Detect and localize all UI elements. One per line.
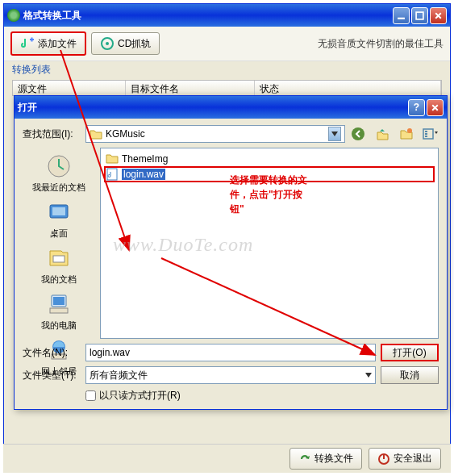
nav-icons <box>350 126 439 142</box>
dialog-titlebar: 打开 ? <box>15 96 447 119</box>
add-file-button[interactable]: 添加文件 <box>10 31 86 56</box>
svg-rect-8 <box>425 133 427 135</box>
svg-rect-7 <box>425 131 427 132</box>
help-button[interactable]: ? <box>408 99 425 116</box>
folder-icon <box>90 128 102 140</box>
svg-rect-1 <box>416 12 423 19</box>
svg-rect-6 <box>423 129 433 139</box>
look-in-row: 查找范围(I): KGMusic <box>23 125 439 143</box>
places-bar: 我最近的文档 桌面 我的文档 我的电脑 网上邻居 <box>23 148 95 339</box>
convert-label: 转换文件 <box>314 452 353 466</box>
cd-grab-label: CD抓轨 <box>118 37 151 51</box>
convert-button[interactable]: 转换文件 <box>289 448 362 470</box>
place-desktop[interactable]: 桌面 <box>23 197 95 241</box>
filetype-dropdown[interactable]: 所有音频文件 <box>85 366 376 384</box>
place-recent[interactable]: 我最近的文档 <box>23 151 95 195</box>
look-in-label: 查找范围(I): <box>23 127 81 141</box>
window-controls <box>393 7 447 24</box>
toolbar-right-text: 无损音质文件切割的最佳工具 <box>318 37 444 51</box>
place-recent-label: 我最近的文档 <box>32 182 85 194</box>
place-desktop-label: 桌面 <box>50 228 68 240</box>
svg-point-4 <box>352 127 364 140</box>
col-status: 状态 <box>255 81 441 95</box>
dialog-close-button[interactable] <box>427 99 444 116</box>
computer-icon <box>45 290 73 318</box>
mydocs-icon <box>45 244 73 272</box>
exit-button[interactable]: 安全退出 <box>369 448 441 470</box>
place-mycomputer-label: 我的电脑 <box>41 319 77 332</box>
toolbar: 添加文件 CD抓轨 无损音质文件切割的最佳工具 <box>4 27 450 61</box>
list-header: 源文件 目标文件名 状态 <box>12 80 442 96</box>
svg-point-3 <box>106 42 109 45</box>
place-mydocs-label: 我的文档 <box>41 273 77 286</box>
folder-name: ThemeImg <box>122 153 168 165</box>
convert-icon <box>298 453 311 466</box>
desktop-icon <box>45 198 73 226</box>
readonly-checkbox[interactable] <box>85 390 96 401</box>
cd-grab-button[interactable]: CD抓轨 <box>91 32 160 55</box>
svg-rect-12 <box>52 207 65 215</box>
place-mycomputer[interactable]: 我的电脑 <box>23 289 95 333</box>
cd-icon <box>100 36 115 51</box>
cancel-button[interactable]: 取消 <box>381 366 439 384</box>
recent-icon <box>45 152 73 180</box>
filetype-value: 所有音频文件 <box>90 369 148 382</box>
open-dialog: 打开 ? 查找范围(I): KGMusic <box>14 95 448 410</box>
minimize-button[interactable] <box>393 7 410 24</box>
svg-rect-21 <box>383 454 385 459</box>
place-mydocs[interactable]: 我的文档 <box>23 243 95 287</box>
col-source: 源文件 <box>13 81 126 95</box>
svg-rect-16 <box>50 308 68 313</box>
svg-rect-13 <box>53 256 65 262</box>
annotation-text: 选择需要转换的文 件，点击"打开按 钮" <box>230 173 307 216</box>
look-in-value: KGMusic <box>106 128 145 140</box>
svg-rect-15 <box>53 297 65 305</box>
file-list[interactable]: ThemeImg login.wav 选择需要转换的文 件，点击"打开按 钮" <box>100 148 439 339</box>
main-title: 格式转换工具 <box>23 9 393 23</box>
audio-file-icon <box>106 168 119 181</box>
new-folder-button[interactable] <box>398 126 414 142</box>
app-icon <box>7 9 20 22</box>
look-in-dropdown[interactable]: KGMusic <box>85 125 345 143</box>
filename-value: login.wav <box>90 347 130 358</box>
close-button[interactable] <box>430 7 447 24</box>
bottom-rows: 文件名(N): login.wav 打开(O) 文件类型(T): 所有音频文件 … <box>23 344 439 403</box>
dropdown-arrow-icon <box>328 127 341 141</box>
main-titlebar: 格式转换工具 <box>4 4 450 27</box>
footer-bar: 转换文件 安全退出 <box>3 444 451 473</box>
exit-icon <box>377 453 390 466</box>
file-name: login.wav <box>122 169 165 180</box>
filename-label: 文件名(N): <box>23 346 81 360</box>
svg-point-5 <box>407 128 412 133</box>
svg-rect-0 <box>398 17 405 19</box>
filename-dropdown-arrow[interactable] <box>365 350 372 355</box>
folder-icon <box>106 152 119 165</box>
filetype-dropdown-arrow[interactable] <box>365 373 372 378</box>
view-menu-button[interactable] <box>423 126 439 142</box>
open-button[interactable]: 打开(O) <box>381 344 439 361</box>
col-target: 目标文件名 <box>126 81 255 95</box>
exit-label: 安全退出 <box>394 452 432 466</box>
folder-item[interactable]: ThemeImg <box>104 152 435 166</box>
dialog-title: 打开 <box>18 101 37 115</box>
back-button[interactable] <box>350 126 366 142</box>
up-button[interactable] <box>374 126 390 142</box>
dialog-body: 查找范围(I): KGMusic 我最近的文档 <box>15 119 447 409</box>
music-plus-icon <box>20 36 35 51</box>
file-area: 我最近的文档 桌面 我的文档 我的电脑 网上邻居 <box>23 148 439 339</box>
filetype-label: 文件类型(T): <box>23 369 81 382</box>
svg-rect-19 <box>107 169 117 180</box>
svg-rect-9 <box>425 136 427 137</box>
convert-list-label: 转换列表 <box>4 61 450 78</box>
readonly-label: 以只读方式打开(R) <box>99 389 181 403</box>
readonly-row: 以只读方式打开(R) <box>23 389 439 403</box>
add-file-label: 添加文件 <box>38 37 77 51</box>
maximize-button[interactable] <box>411 7 428 24</box>
filename-input[interactable]: login.wav <box>85 344 376 361</box>
